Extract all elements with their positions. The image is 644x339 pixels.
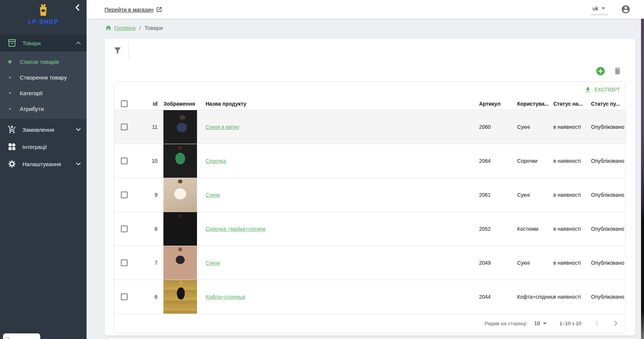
breadcrumb: Головна / Товари	[87, 19, 644, 37]
sidebar-item-attributes[interactable]: Атрибути	[0, 101, 87, 116]
cart-plus-icon	[7, 125, 16, 134]
download-icon	[584, 86, 591, 93]
content-card: ЕКСПОРТ id Зображення Назва продукту Арт…	[104, 39, 635, 336]
popup-glyph-icon	[6, 337, 9, 339]
language-value: uk	[593, 5, 598, 12]
bullet-icon	[8, 60, 12, 63]
breadcrumb-home-link[interactable]: Головна	[105, 24, 135, 31]
product-sku: 2061	[479, 192, 517, 198]
product-category: Сукні	[517, 192, 553, 198]
widgets-icon	[7, 142, 16, 151]
chevron-down-icon	[75, 160, 82, 168]
inventory-box-icon	[7, 38, 16, 47]
product-photo[interactable]	[163, 144, 197, 178]
caret-down-icon	[601, 7, 605, 9]
product-stock-status: в наявності	[553, 192, 591, 198]
product-name-link[interactable]: Сукня	[206, 260, 220, 266]
product-stock-status: в наявності	[553, 124, 591, 130]
product-publish-status: Опубліковано	[591, 226, 625, 232]
row-checkbox[interactable]	[121, 192, 128, 198]
product-photo[interactable]	[163, 246, 197, 280]
product-id: 8	[134, 226, 159, 232]
shopping-bag-logo-icon	[36, 3, 50, 18]
topbar: Перейти в магазин uk	[87, 0, 644, 19]
table-header-row: id Зображення Назва продукту Артикул Кор…	[114, 97, 625, 110]
sidebar-item-product-list[interactable]: Список товарів	[0, 54, 87, 69]
product-photo[interactable]	[163, 178, 197, 212]
product-publish-status: Опубліковано	[591, 260, 625, 266]
product-sku: 2064	[479, 158, 517, 164]
header-stock-status: Статус на...	[553, 101, 591, 107]
row-checkbox[interactable]	[121, 226, 128, 232]
header-image: Зображення	[159, 101, 206, 107]
account-circle-icon[interactable]	[621, 4, 631, 14]
sidebar-item-label: Налаштування	[22, 161, 75, 167]
sidebar-item-label: Інтеграції	[22, 144, 82, 150]
product-name-link[interactable]: Сорочка +майка+лосини	[206, 226, 266, 232]
product-photo[interactable]	[163, 212, 197, 246]
row-checkbox[interactable]	[121, 293, 128, 300]
table-row: 10 Сорочка 2064 Сорочки в наявності Опуб…	[114, 144, 625, 178]
header-category: Користува...	[517, 101, 553, 107]
bullet-icon	[9, 92, 10, 94]
add-circle-icon[interactable]	[595, 66, 606, 76]
product-name-link[interactable]: Сукня	[206, 192, 220, 198]
product-id: 11	[134, 124, 159, 130]
previous-page-button[interactable]	[593, 319, 601, 328]
sidebar-item-label: Замовлення	[22, 127, 75, 133]
rows-per-page-value: 10	[534, 320, 540, 326]
rows-per-page-label: Рядків на сторінці:	[485, 321, 528, 326]
product-id: 7	[134, 260, 159, 266]
filter-funnel-icon[interactable]	[113, 46, 122, 55]
product-category: Сукні	[517, 124, 553, 130]
bottom-left-popup[interactable]	[3, 333, 40, 339]
pagination-bar: Рядків на сторінці: 10 1–10 з 10	[114, 314, 625, 333]
sidebar-item-create-product[interactable]: Створення товару	[0, 69, 87, 85]
export-label: ЕКСПОРТ	[595, 87, 620, 93]
product-id: 6	[134, 294, 159, 300]
row-checkbox[interactable]	[121, 158, 128, 164]
logo-block: LP-SHOP	[0, 0, 87, 34]
product-photo[interactable]	[163, 110, 197, 144]
row-checkbox[interactable]	[121, 124, 128, 130]
home-icon	[105, 24, 112, 31]
sidebar: LP-SHOP Товари Список товарів Створення …	[0, 0, 87, 339]
sidebar-collapse-icon[interactable]	[73, 3, 82, 12]
product-sku: 2060	[479, 124, 517, 130]
go-to-shop-link[interactable]: Перейти в магазин	[104, 6, 162, 13]
select-all-checkbox[interactable]	[121, 100, 128, 107]
product-category: Сукні	[517, 260, 553, 266]
language-select[interactable]: uk	[590, 4, 608, 15]
product-name-link[interactable]: Кофта+спідниця	[206, 294, 245, 300]
sidebar-item-categories[interactable]: Категорії	[0, 85, 87, 101]
rows-per-page-select[interactable]: 10	[534, 320, 547, 326]
export-button[interactable]: ЕКСПОРТ	[584, 86, 620, 93]
sidebar-item-settings[interactable]: Налаштування	[0, 155, 87, 172]
next-page-button[interactable]	[611, 319, 620, 328]
header-publish-status: Статус пу...	[591, 101, 625, 107]
row-checkbox[interactable]	[121, 259, 128, 266]
table-actions	[104, 62, 635, 80]
sidebar-item-orders[interactable]: Замовлення	[0, 121, 87, 138]
product-stock-status: в наявності	[553, 158, 591, 164]
sidebar-item-integrations[interactable]: Інтеграції	[0, 138, 87, 155]
product-photo[interactable]	[163, 280, 197, 314]
sidebar-subitem-label: Атрибути	[20, 106, 44, 112]
product-name-link[interactable]: Сорочка	[206, 158, 226, 164]
pagination-range: 1–10 з 10	[559, 321, 581, 326]
table-row: 9 Сукня 2061 Сукні в наявності Опубліков…	[114, 178, 625, 212]
product-publish-status: Опубліковано	[591, 192, 625, 198]
sidebar-item-products[interactable]: Товари	[0, 34, 87, 52]
header-sku: Артикул	[479, 101, 517, 107]
table-row: 8 Сорочка +майка+лосини 2052 Костюми в н…	[114, 212, 625, 246]
product-sku: 2049	[479, 260, 517, 266]
product-publish-status: Опубліковано	[591, 158, 625, 164]
product-name-link[interactable]: Сукня в квітку	[206, 124, 239, 130]
trash-icon[interactable]	[613, 66, 622, 75]
products-table: ЕКСПОРТ id Зображення Назва продукту Арт…	[114, 81, 626, 333]
header-id: id	[134, 101, 159, 107]
sidebar-subitem-label: Створення товару	[20, 74, 67, 81]
product-stock-status: в наявності	[553, 226, 591, 232]
caret-down-icon	[543, 323, 547, 324]
app-logo-text: LP-SHOP	[0, 19, 87, 25]
